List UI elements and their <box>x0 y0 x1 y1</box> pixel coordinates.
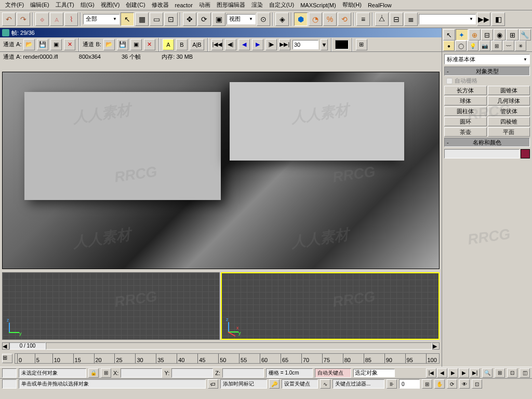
menu-graph[interactable]: 图形编辑器 <box>214 0 248 10</box>
name-color-rollout[interactable]: -名称和颜色 <box>444 138 530 147</box>
time-config-button[interactable]: ⊞ <box>422 379 432 389</box>
save-b-button[interactable]: 💾 <box>117 39 128 50</box>
named-sets-button[interactable]: ≡ <box>356 12 370 26</box>
menu-create[interactable]: 创建(C) <box>123 0 148 10</box>
teapot-button[interactable]: 茶壶 <box>444 127 487 137</box>
nav-zoomall-icon[interactable]: ⊞ <box>495 368 505 378</box>
open-a-button[interactable]: 📂 <box>23 39 35 50</box>
viewport-left[interactable]: zy <box>2 272 220 340</box>
tab-hierarchy-icon[interactable]: ⊟ <box>481 29 493 41</box>
clone-a-button[interactable]: ▣ <box>50 39 62 50</box>
timeline-scrollbar[interactable] <box>46 342 432 350</box>
menu-customize[interactable]: 自定义(U) <box>266 0 297 10</box>
nav-arc-icon[interactable]: ⟳ <box>447 379 457 389</box>
timeline-ruler[interactable]: 0510152025303540455055606570758085909510… <box>15 353 440 364</box>
scroll-right-button[interactable]: ▶ <box>432 342 440 350</box>
align-button[interactable]: ⊟ <box>390 12 403 26</box>
mirror-button[interactable]: ⧊ <box>375 12 389 26</box>
undo-button[interactable]: ↶ <box>2 12 16 26</box>
clone-b-button[interactable]: ▣ <box>130 39 142 50</box>
layers-button[interactable]: ≣ <box>404 12 418 26</box>
menu-reactor[interactable]: reactor <box>172 1 196 9</box>
play-fwd-button[interactable]: ▶ <box>252 39 263 50</box>
link-button[interactable]: ⟐ <box>35 12 49 26</box>
menu-help[interactable]: 帮助(H) <box>339 0 365 10</box>
select-by-name-button[interactable]: ▦ <box>135 12 149 26</box>
key-mode-button[interactable]: ⊪ <box>387 379 397 389</box>
autokey-button[interactable]: 自动关键点 <box>315 368 351 378</box>
geometry-icon[interactable]: ● <box>443 41 455 51</box>
goto-start-button[interactable]: |◀ <box>426 368 436 378</box>
current-frame-input[interactable] <box>399 379 420 389</box>
category-combo[interactable]: 标准基本体▼ <box>444 54 530 64</box>
lights-icon[interactable]: 💡 <box>467 41 478 51</box>
next-frame-button[interactable]: ▶ <box>459 368 469 378</box>
add-time-marker[interactable]: 添加时间标记 <box>220 379 267 389</box>
geosphere-button[interactable]: 几何球体 <box>488 96 530 105</box>
pivot-button[interactable]: ⊙ <box>257 12 270 26</box>
object-color-swatch[interactable] <box>521 149 530 158</box>
tube-button[interactable]: 管状体 <box>488 107 530 116</box>
angle-snap-button[interactable]: ◔ <box>309 12 322 26</box>
lock-icon[interactable]: 🔒 <box>88 368 99 378</box>
goto-end-button[interactable]: ▶| <box>470 368 480 378</box>
autogrid-checkbox[interactable]: 自动栅格 <box>446 77 528 85</box>
object-name-input[interactable] <box>444 149 520 158</box>
clone-window-button[interactable]: ⊞ <box>356 39 367 50</box>
tab-select-icon[interactable]: ↖ <box>443 29 455 41</box>
channel-b-button[interactable]: B <box>176 39 188 50</box>
nav-zoomext-icon[interactable]: ⊡ <box>507 368 517 378</box>
helpers-icon[interactable]: ⊞ <box>491 41 502 51</box>
window-crossing-button[interactable]: ⊡ <box>164 12 178 26</box>
script-button[interactable] <box>2 379 17 389</box>
cone-button[interactable]: 圆锥体 <box>488 86 530 95</box>
prev-frame-button[interactable]: ◀ <box>437 368 447 378</box>
goto-start-button[interactable]: |◀◀ <box>211 39 223 50</box>
nav-pan-icon[interactable]: ✋ <box>434 379 445 389</box>
menu-modifiers[interactable]: 修改器 <box>149 0 172 10</box>
menu-group[interactable]: 组(G) <box>77 0 98 10</box>
background-color-swatch[interactable] <box>335 40 349 49</box>
tab-motion-icon[interactable]: ◉ <box>494 29 506 41</box>
nav-max-icon[interactable]: ⊡ <box>472 379 482 389</box>
channel-alpha-button[interactable]: A <box>163 39 174 50</box>
named-selection-combo[interactable]: ▼ <box>419 14 476 24</box>
select-rotate-button[interactable]: ⟳ <box>197 12 211 26</box>
menu-file[interactable]: 文件(F) <box>2 0 27 10</box>
select-move-button[interactable]: ✥ <box>183 12 196 26</box>
cylinder-button[interactable]: 圆柱体 <box>444 107 487 116</box>
menu-tools[interactable]: 工具(T) <box>52 0 77 10</box>
clear-b-button[interactable]: ✕ <box>144 39 155 50</box>
tab-modify-icon[interactable]: ⊕ <box>469 29 481 41</box>
prev-frame-button[interactable]: ◀| <box>225 39 236 50</box>
menu-views[interactable]: 视图(V) <box>98 0 123 10</box>
box-button[interactable]: 长方体 <box>444 86 487 95</box>
nav-walk-icon[interactable]: 👁 <box>459 379 470 389</box>
systems-icon[interactable]: ✳ <box>515 41 526 51</box>
spacewarps-icon[interactable]: 〰 <box>503 41 514 51</box>
next-frame-button[interactable]: |▶ <box>265 39 277 50</box>
cameras-icon[interactable]: 📷 <box>479 41 490 51</box>
redo-button[interactable]: ↷ <box>17 12 30 26</box>
z-coord-input[interactable] <box>222 368 264 378</box>
menu-maxscript[interactable]: MAXScript(M) <box>297 1 339 9</box>
select-manipulate-button[interactable]: ◈ <box>275 12 289 26</box>
setkey-button[interactable]: 设置关键点 <box>282 379 318 389</box>
open-b-button[interactable]: 📂 <box>103 39 115 50</box>
curve-icon[interactable]: ∿ <box>320 379 330 389</box>
bind-spacewarp-button[interactable]: ⌇ <box>64 12 78 26</box>
torus-button[interactable]: 圆环 <box>444 117 487 126</box>
selection-filter-combo[interactable]: 全部▼ <box>83 14 119 24</box>
channel-ab-button[interactable]: A|B <box>190 39 204 50</box>
frame-number-input[interactable] <box>292 40 318 49</box>
play-button[interactable]: ▶ <box>448 368 458 378</box>
lock-selection-button[interactable] <box>2 368 17 378</box>
sphere-button[interactable]: 球体 <box>444 96 487 105</box>
frame-dropdown[interactable]: ▼ <box>321 39 328 50</box>
ref-coord-combo[interactable]: 视图▼ <box>227 14 256 24</box>
tab-create-icon[interactable]: ✦ <box>456 29 468 41</box>
menu-realflow[interactable]: RealFlow <box>365 1 395 9</box>
object-type-rollout[interactable]: -对象类型 <box>444 66 530 76</box>
timeline-config-button[interactable]: ⊞ <box>2 354 12 363</box>
transform-type-icon[interactable]: ⊞ <box>101 368 111 378</box>
